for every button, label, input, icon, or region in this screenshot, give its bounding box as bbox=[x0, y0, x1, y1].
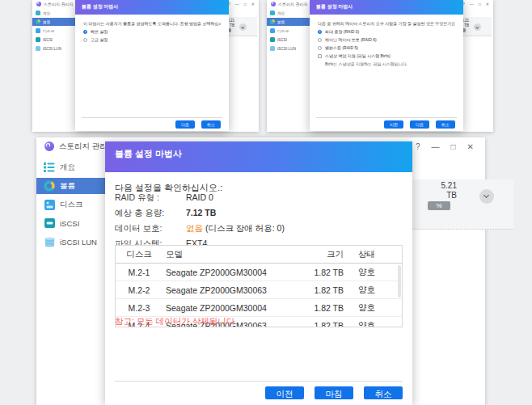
volume-icon bbox=[44, 180, 55, 192]
maximize-button[interactable]: □ bbox=[244, 2, 247, 6]
usage-badge: % bbox=[428, 201, 450, 210]
dialog-title: 볼륨 설정 마법사 bbox=[115, 149, 182, 158]
storage-manager-app-icon bbox=[44, 141, 54, 151]
expand-button[interactable] bbox=[239, 23, 247, 31]
sidebar-item-iscsi-lun[interactable]: iSCSI LUN bbox=[267, 44, 310, 53]
raid-type-label: RAID 유형 : bbox=[115, 192, 159, 204]
sidebar-item-disk[interactable]: 디스크 bbox=[32, 27, 75, 35]
data-delete-warning: 참고: 모든 데이터가 삭제됩니다. bbox=[115, 316, 237, 327]
chevron-down-icon bbox=[241, 25, 244, 28]
dialog-title: 볼륨 설정 마법사 bbox=[316, 4, 353, 9]
protection-value: 없음 (디스크 장애 허용: 0) bbox=[186, 223, 285, 234]
sidebar-item-disk[interactable]: 디스크 bbox=[36, 196, 105, 213]
mini-window-step2: 스토리지 관리자 ? — □ ✕ 개요 볼륨 디스크 iSCSI iSCSI L… bbox=[267, 0, 493, 132]
table-row: M.2-2 Seagate ZP2000GM30063 1.82 TB 양호 bbox=[116, 281, 402, 299]
radio-option-max-capacity[interactable]: 최대 용량 (RAID 0) bbox=[318, 29, 455, 34]
close-button[interactable]: ✕ bbox=[467, 142, 474, 151]
finish-button[interactable]: 마침 bbox=[315, 386, 353, 399]
cancel-button[interactable]: 취소 bbox=[201, 120, 221, 129]
minimize-button[interactable]: — bbox=[432, 142, 440, 151]
help-button[interactable]: ? bbox=[416, 142, 420, 151]
radio-option-data-protection[interactable]: 뛰어난 데이터 보호 (RAID 6) bbox=[318, 37, 455, 42]
col-disk: 디스크 bbox=[116, 249, 163, 260]
disk-icon bbox=[44, 199, 55, 210]
volume-icon bbox=[270, 19, 275, 24]
checkbox-icon bbox=[318, 54, 322, 58]
table-scrollbar[interactable] bbox=[398, 265, 401, 297]
sidebar-item-overview[interactable]: 개요 bbox=[267, 9, 310, 17]
disk-icon bbox=[270, 28, 275, 33]
next-button[interactable]: 다음 bbox=[410, 120, 429, 129]
expand-button[interactable] bbox=[474, 23, 481, 31]
radio-icon bbox=[83, 38, 87, 42]
sidebar-item-iscsi[interactable]: iSCSI bbox=[32, 36, 75, 44]
sidebar-item-volume[interactable]: 볼륨 bbox=[267, 18, 310, 26]
close-button[interactable]: ✕ bbox=[486, 2, 489, 6]
expand-button[interactable] bbox=[479, 189, 494, 204]
radio-icon bbox=[318, 38, 322, 42]
previous-button[interactable]: 이전 bbox=[265, 386, 304, 399]
wizard-question: 다음 중 귀하의 데이터 스토리지 요구 사항을 가장 잘 설명한 것은 무엇인… bbox=[318, 21, 455, 26]
iscsi-lun-icon bbox=[270, 46, 275, 51]
window-title: 스토리지 관리자 bbox=[44, 2, 73, 6]
radio-option-quick-setup[interactable]: 빠른 설정 bbox=[83, 29, 221, 34]
col-size: 크기 bbox=[290, 249, 348, 260]
dialog-header[interactable]: 볼륨 설정 마법사 bbox=[310, 0, 463, 15]
capacity-unit: TB bbox=[230, 23, 234, 27]
sidebar-item-overview[interactable]: 개요 bbox=[32, 9, 75, 17]
sidebar: 개요 볼륨 디스크 iSCSI iSCSI LUN bbox=[267, 8, 310, 132]
divider bbox=[115, 381, 403, 382]
table-row: M.2-1 Seagate ZP2000GM30004 1.82 TB 양호 bbox=[116, 264, 402, 281]
sidebar-item-disk[interactable]: 디스크 bbox=[267, 27, 310, 35]
col-model: 모델 bbox=[163, 249, 290, 260]
overview-icon bbox=[270, 11, 275, 15]
volume-wizard-step1-dialog: 볼륨 설정 마법사 이 마법사는 사용자가 볼륨을 생성하도록 도와줍니다. 진… bbox=[75, 0, 229, 131]
minimize-button[interactable]: — bbox=[470, 2, 474, 6]
maximize-button[interactable]: □ bbox=[479, 2, 481, 6]
volume-icon bbox=[36, 19, 40, 24]
btrfs-note: Btrfs는 스냅샷을 지원하는 파일 시스템입니다. bbox=[325, 61, 455, 66]
wizard-description: 이 마법사는 사용자가 볼륨을 생성하도록 도와줍니다. 진행 방법을 선택하십… bbox=[83, 21, 221, 26]
window-title: 스토리지 관리자 bbox=[278, 2, 307, 6]
sidebar: 개요 볼륨 디스크 iSCSI iSCSI LUN bbox=[32, 8, 75, 132]
radio-option-balanced[interactable]: 밸런스됨 (RAID 5) bbox=[318, 45, 455, 50]
col-status: 상태 bbox=[348, 249, 397, 260]
storage-manager-app-icon bbox=[271, 2, 276, 6]
capacity-unit: TB bbox=[431, 191, 457, 200]
cancel-button[interactable]: 취소 bbox=[364, 386, 403, 399]
volume-wizard-confirm-dialog: 볼륨 설정 마법사 다음 설정을 확인하십시오.: RAID 유형 : RAID… bbox=[105, 141, 412, 405]
sidebar-item-volume[interactable]: 볼륨 bbox=[32, 18, 75, 26]
sidebar-item-iscsi-lun[interactable]: iSCSI LUN bbox=[32, 44, 75, 53]
checkbox-snapshot-support[interactable]: 스냅샷 백업 지원 (파일 시스템 Btrfs) bbox=[318, 53, 455, 58]
minimize-button[interactable]: — bbox=[235, 2, 239, 6]
previous-button[interactable]: 이전 bbox=[384, 120, 403, 129]
sidebar-item-iscsi-lun[interactable]: iSCSI LUN bbox=[36, 234, 105, 250]
iscsi-icon bbox=[270, 37, 275, 42]
capacity-value: 5.21 bbox=[431, 181, 457, 190]
disk-table: 디스크 모델 크기 상태 M.2-1 Seagate ZP2000GM30004… bbox=[115, 245, 403, 327]
volume-summary-card: 5.21 TB % bbox=[400, 179, 513, 230]
protection-label: 데이터 보호: bbox=[115, 223, 162, 234]
protection-none: 없음 bbox=[186, 223, 203, 233]
mini-window-step1: 스토리지 관리자 ? — □ ✕ 개요 볼륨 디스크 iSCSI iSCSI L… bbox=[32, 0, 259, 132]
overview-icon bbox=[44, 162, 55, 173]
sidebar-item-volume[interactable]: 볼륨 bbox=[36, 178, 105, 194]
chevron-down-icon bbox=[483, 192, 488, 197]
raid-type-value: RAID 0 bbox=[186, 192, 213, 202]
dialog-header[interactable]: 볼륨 설정 마법사 bbox=[75, 0, 229, 15]
sidebar-item-iscsi[interactable]: iSCSI bbox=[36, 215, 105, 231]
cancel-button[interactable]: 취소 bbox=[436, 120, 455, 129]
divider bbox=[316, 117, 457, 118]
table-row: M.2-3 Seagate ZP2000GM30004 1.82 TB 양호 bbox=[116, 299, 402, 317]
next-button[interactable]: 다음 bbox=[175, 120, 195, 129]
maximize-button[interactable]: □ bbox=[451, 142, 456, 151]
radio-option-advanced-setup[interactable]: 고급 설정 bbox=[83, 37, 221, 42]
sidebar-item-overview[interactable]: 개요 bbox=[36, 159, 105, 175]
sidebar-item-iscsi[interactable]: iSCSI bbox=[267, 36, 310, 44]
divider bbox=[82, 117, 222, 118]
close-button[interactable]: ✕ bbox=[251, 2, 255, 6]
capacity-value: 7.12 TB bbox=[186, 208, 216, 217]
radio-selected-icon bbox=[318, 30, 322, 34]
iscsi-icon bbox=[36, 37, 40, 42]
dialog-header[interactable]: 볼륨 설정 마법사 bbox=[105, 141, 412, 172]
